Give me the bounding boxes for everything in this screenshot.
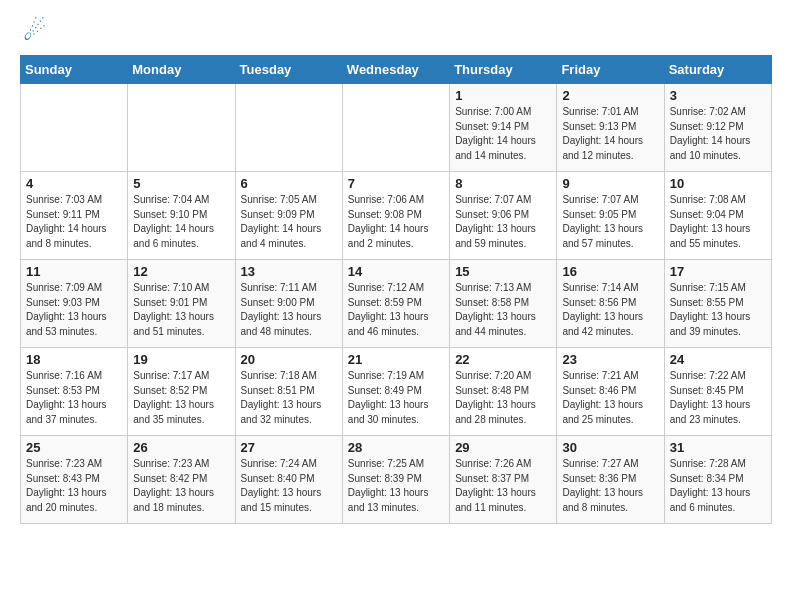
day-info: Sunrise: 7:19 AM Sunset: 8:49 PM Dayligh… bbox=[348, 369, 444, 427]
calendar-cell: 14Sunrise: 7:12 AM Sunset: 8:59 PM Dayli… bbox=[342, 260, 449, 348]
calendar-cell: 2Sunrise: 7:01 AM Sunset: 9:13 PM Daylig… bbox=[557, 84, 664, 172]
calendar-week-row: 4Sunrise: 7:03 AM Sunset: 9:11 PM Daylig… bbox=[21, 172, 772, 260]
day-info: Sunrise: 7:16 AM Sunset: 8:53 PM Dayligh… bbox=[26, 369, 122, 427]
day-info: Sunrise: 7:12 AM Sunset: 8:59 PM Dayligh… bbox=[348, 281, 444, 339]
calendar-cell: 27Sunrise: 7:24 AM Sunset: 8:40 PM Dayli… bbox=[235, 436, 342, 524]
calendar-cell: 7Sunrise: 7:06 AM Sunset: 9:08 PM Daylig… bbox=[342, 172, 449, 260]
calendar-cell: 4Sunrise: 7:03 AM Sunset: 9:11 PM Daylig… bbox=[21, 172, 128, 260]
day-number: 28 bbox=[348, 440, 444, 455]
day-info: Sunrise: 7:20 AM Sunset: 8:48 PM Dayligh… bbox=[455, 369, 551, 427]
day-info: Sunrise: 7:07 AM Sunset: 9:06 PM Dayligh… bbox=[455, 193, 551, 251]
calendar-cell bbox=[235, 84, 342, 172]
day-number: 27 bbox=[241, 440, 337, 455]
calendar-week-row: 25Sunrise: 7:23 AM Sunset: 8:43 PM Dayli… bbox=[21, 436, 772, 524]
calendar-cell bbox=[342, 84, 449, 172]
calendar-cell: 20Sunrise: 7:18 AM Sunset: 8:51 PM Dayli… bbox=[235, 348, 342, 436]
day-number: 21 bbox=[348, 352, 444, 367]
day-info: Sunrise: 7:27 AM Sunset: 8:36 PM Dayligh… bbox=[562, 457, 658, 515]
logo-bird-icon: ☄ bbox=[23, 16, 46, 47]
calendar-header-friday: Friday bbox=[557, 56, 664, 84]
calendar-header-sunday: Sunday bbox=[21, 56, 128, 84]
day-info: Sunrise: 7:06 AM Sunset: 9:08 PM Dayligh… bbox=[348, 193, 444, 251]
calendar-cell: 9Sunrise: 7:07 AM Sunset: 9:05 PM Daylig… bbox=[557, 172, 664, 260]
day-info: Sunrise: 7:13 AM Sunset: 8:58 PM Dayligh… bbox=[455, 281, 551, 339]
day-number: 22 bbox=[455, 352, 551, 367]
day-info: Sunrise: 7:01 AM Sunset: 9:13 PM Dayligh… bbox=[562, 105, 658, 163]
calendar-cell: 30Sunrise: 7:27 AM Sunset: 8:36 PM Dayli… bbox=[557, 436, 664, 524]
day-number: 26 bbox=[133, 440, 229, 455]
calendar-header-wednesday: Wednesday bbox=[342, 56, 449, 84]
day-info: Sunrise: 7:11 AM Sunset: 9:00 PM Dayligh… bbox=[241, 281, 337, 339]
header: ☄ bbox=[20, 16, 772, 47]
day-number: 2 bbox=[562, 88, 658, 103]
day-number: 7 bbox=[348, 176, 444, 191]
day-info: Sunrise: 7:26 AM Sunset: 8:37 PM Dayligh… bbox=[455, 457, 551, 515]
day-number: 23 bbox=[562, 352, 658, 367]
day-number: 4 bbox=[26, 176, 122, 191]
calendar-cell: 31Sunrise: 7:28 AM Sunset: 8:34 PM Dayli… bbox=[664, 436, 771, 524]
day-number: 3 bbox=[670, 88, 766, 103]
day-number: 25 bbox=[26, 440, 122, 455]
calendar-week-row: 1Sunrise: 7:00 AM Sunset: 9:14 PM Daylig… bbox=[21, 84, 772, 172]
day-info: Sunrise: 7:24 AM Sunset: 8:40 PM Dayligh… bbox=[241, 457, 337, 515]
calendar-cell: 1Sunrise: 7:00 AM Sunset: 9:14 PM Daylig… bbox=[450, 84, 557, 172]
calendar-cell: 13Sunrise: 7:11 AM Sunset: 9:00 PM Dayli… bbox=[235, 260, 342, 348]
calendar-header-thursday: Thursday bbox=[450, 56, 557, 84]
calendar-cell: 24Sunrise: 7:22 AM Sunset: 8:45 PM Dayli… bbox=[664, 348, 771, 436]
calendar-cell: 25Sunrise: 7:23 AM Sunset: 8:43 PM Dayli… bbox=[21, 436, 128, 524]
calendar-cell: 15Sunrise: 7:13 AM Sunset: 8:58 PM Dayli… bbox=[450, 260, 557, 348]
day-info: Sunrise: 7:07 AM Sunset: 9:05 PM Dayligh… bbox=[562, 193, 658, 251]
day-info: Sunrise: 7:04 AM Sunset: 9:10 PM Dayligh… bbox=[133, 193, 229, 251]
calendar-cell: 5Sunrise: 7:04 AM Sunset: 9:10 PM Daylig… bbox=[128, 172, 235, 260]
calendar-cell: 28Sunrise: 7:25 AM Sunset: 8:39 PM Dayli… bbox=[342, 436, 449, 524]
day-number: 11 bbox=[26, 264, 122, 279]
calendar-cell: 16Sunrise: 7:14 AM Sunset: 8:56 PM Dayli… bbox=[557, 260, 664, 348]
calendar-header-saturday: Saturday bbox=[664, 56, 771, 84]
day-info: Sunrise: 7:18 AM Sunset: 8:51 PM Dayligh… bbox=[241, 369, 337, 427]
day-number: 18 bbox=[26, 352, 122, 367]
calendar-cell: 8Sunrise: 7:07 AM Sunset: 9:06 PM Daylig… bbox=[450, 172, 557, 260]
calendar-cell: 19Sunrise: 7:17 AM Sunset: 8:52 PM Dayli… bbox=[128, 348, 235, 436]
calendar-header-tuesday: Tuesday bbox=[235, 56, 342, 84]
day-number: 19 bbox=[133, 352, 229, 367]
day-number: 20 bbox=[241, 352, 337, 367]
calendar-cell: 22Sunrise: 7:20 AM Sunset: 8:48 PM Dayli… bbox=[450, 348, 557, 436]
day-number: 16 bbox=[562, 264, 658, 279]
day-info: Sunrise: 7:09 AM Sunset: 9:03 PM Dayligh… bbox=[26, 281, 122, 339]
day-info: Sunrise: 7:28 AM Sunset: 8:34 PM Dayligh… bbox=[670, 457, 766, 515]
calendar-header-monday: Monday bbox=[128, 56, 235, 84]
day-info: Sunrise: 7:05 AM Sunset: 9:09 PM Dayligh… bbox=[241, 193, 337, 251]
day-number: 6 bbox=[241, 176, 337, 191]
day-info: Sunrise: 7:03 AM Sunset: 9:11 PM Dayligh… bbox=[26, 193, 122, 251]
calendar-header-row: SundayMondayTuesdayWednesdayThursdayFrid… bbox=[21, 56, 772, 84]
page: ☄ SundayMondayTuesdayWednesdayThursdayFr… bbox=[0, 0, 792, 540]
day-number: 12 bbox=[133, 264, 229, 279]
calendar-cell: 11Sunrise: 7:09 AM Sunset: 9:03 PM Dayli… bbox=[21, 260, 128, 348]
day-info: Sunrise: 7:00 AM Sunset: 9:14 PM Dayligh… bbox=[455, 105, 551, 163]
day-info: Sunrise: 7:15 AM Sunset: 8:55 PM Dayligh… bbox=[670, 281, 766, 339]
calendar-cell: 10Sunrise: 7:08 AM Sunset: 9:04 PM Dayli… bbox=[664, 172, 771, 260]
calendar-week-row: 18Sunrise: 7:16 AM Sunset: 8:53 PM Dayli… bbox=[21, 348, 772, 436]
day-number: 30 bbox=[562, 440, 658, 455]
day-number: 14 bbox=[348, 264, 444, 279]
day-info: Sunrise: 7:17 AM Sunset: 8:52 PM Dayligh… bbox=[133, 369, 229, 427]
day-number: 17 bbox=[670, 264, 766, 279]
day-info: Sunrise: 7:14 AM Sunset: 8:56 PM Dayligh… bbox=[562, 281, 658, 339]
day-number: 9 bbox=[562, 176, 658, 191]
calendar-week-row: 11Sunrise: 7:09 AM Sunset: 9:03 PM Dayli… bbox=[21, 260, 772, 348]
calendar-cell: 18Sunrise: 7:16 AM Sunset: 8:53 PM Dayli… bbox=[21, 348, 128, 436]
calendar-cell: 29Sunrise: 7:26 AM Sunset: 8:37 PM Dayli… bbox=[450, 436, 557, 524]
calendar-cell bbox=[128, 84, 235, 172]
calendar-cell: 6Sunrise: 7:05 AM Sunset: 9:09 PM Daylig… bbox=[235, 172, 342, 260]
calendar-cell: 3Sunrise: 7:02 AM Sunset: 9:12 PM Daylig… bbox=[664, 84, 771, 172]
day-number: 13 bbox=[241, 264, 337, 279]
day-info: Sunrise: 7:25 AM Sunset: 8:39 PM Dayligh… bbox=[348, 457, 444, 515]
day-info: Sunrise: 7:10 AM Sunset: 9:01 PM Dayligh… bbox=[133, 281, 229, 339]
calendar-cell: 21Sunrise: 7:19 AM Sunset: 8:49 PM Dayli… bbox=[342, 348, 449, 436]
calendar-cell: 17Sunrise: 7:15 AM Sunset: 8:55 PM Dayli… bbox=[664, 260, 771, 348]
day-number: 31 bbox=[670, 440, 766, 455]
day-number: 5 bbox=[133, 176, 229, 191]
day-number: 24 bbox=[670, 352, 766, 367]
calendar-cell: 12Sunrise: 7:10 AM Sunset: 9:01 PM Dayli… bbox=[128, 260, 235, 348]
logo: ☄ bbox=[20, 16, 46, 47]
